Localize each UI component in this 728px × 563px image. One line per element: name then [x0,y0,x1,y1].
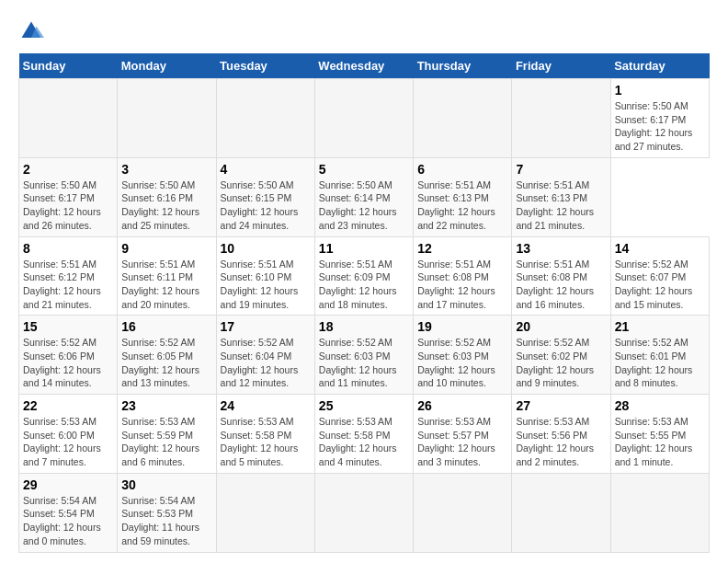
day-info: Sunrise: 5:53 AMSunset: 5:57 PMDaylight:… [417,415,507,469]
day-info: Sunrise: 5:51 AMSunset: 6:11 PMDaylight:… [121,258,211,312]
table-row: 16Sunrise: 5:52 AMSunset: 6:05 PMDayligh… [118,316,216,395]
day-number: 12 [417,241,507,256]
table-row: 15Sunrise: 5:52 AMSunset: 6:06 PMDayligh… [19,316,118,395]
day-number: 6 [417,162,507,177]
day-header-friday: Friday [512,53,610,79]
day-info: Sunrise: 5:50 AMSunset: 6:14 PMDaylight:… [319,178,409,233]
day-info: Sunrise: 5:51 AMSunset: 6:08 PMDaylight:… [417,258,507,312]
calendar-header-row: SundayMondayTuesdayWednesdayThursdayFrid… [19,53,710,79]
day-number: 19 [417,319,507,334]
day-info: Sunrise: 5:53 AMSunset: 5:56 PMDaylight:… [516,415,606,469]
day-info: Sunrise: 5:52 AMSunset: 6:03 PMDaylight:… [319,336,409,390]
day-number: 30 [121,477,211,492]
day-info: Sunrise: 5:52 AMSunset: 6:01 PMDaylight:… [615,336,705,390]
day-info: Sunrise: 5:51 AMSunset: 6:13 PMDaylight:… [417,178,507,233]
day-number: 3 [121,162,211,177]
day-number: 17 [221,319,311,334]
day-info: Sunrise: 5:52 AMSunset: 6:03 PMDaylight:… [417,336,507,390]
day-number: 10 [221,241,311,256]
day-info: Sunrise: 5:52 AMSunset: 6:02 PMDaylight:… [516,336,606,390]
table-row: 26Sunrise: 5:53 AMSunset: 5:57 PMDayligh… [414,395,512,474]
day-number: 26 [417,398,507,413]
day-info: Sunrise: 5:50 AMSunset: 6:15 PMDaylight:… [221,178,311,233]
empty-cell [414,79,512,158]
table-row: 4Sunrise: 5:50 AMSunset: 6:15 PMDaylight… [216,157,314,236]
day-number: 15 [23,319,113,334]
calendar-table: SundayMondayTuesdayWednesdayThursdayFrid… [18,53,710,553]
calendar-body: 1Sunrise: 5:50 AMSunset: 6:17 PMDaylight… [19,79,710,553]
table-row: 17Sunrise: 5:52 AMSunset: 6:04 PMDayligh… [216,316,314,395]
day-header-tuesday: Tuesday [216,53,314,79]
calendar-week-6: 29Sunrise: 5:54 AMSunset: 5:54 PMDayligh… [19,473,710,552]
day-number: 27 [516,398,606,413]
table-row: 6Sunrise: 5:51 AMSunset: 6:13 PMDaylight… [414,157,512,236]
day-number: 5 [319,162,409,177]
day-number: 13 [516,241,606,256]
table-row: 11Sunrise: 5:51 AMSunset: 6:09 PMDayligh… [314,236,413,316]
calendar-week-4: 15Sunrise: 5:52 AMSunset: 6:06 PMDayligh… [19,316,710,395]
day-info: Sunrise: 5:50 AMSunset: 6:16 PMDaylight:… [121,178,211,233]
empty-cell [216,79,314,158]
day-number: 29 [23,477,113,492]
table-row: 8Sunrise: 5:51 AMSunset: 6:12 PMDaylight… [19,236,118,316]
day-info: Sunrise: 5:51 AMSunset: 6:09 PMDaylight:… [319,258,409,312]
day-number: 23 [121,398,211,413]
day-info: Sunrise: 5:51 AMSunset: 6:10 PMDaylight:… [221,258,311,312]
day-header-thursday: Thursday [414,53,512,79]
empty-cell [512,473,610,552]
table-row: 21Sunrise: 5:52 AMSunset: 6:01 PMDayligh… [610,316,709,395]
empty-cell [314,79,413,158]
empty-cell [314,473,413,552]
day-info: Sunrise: 5:53 AMSunset: 5:55 PMDaylight:… [615,415,705,469]
table-row: 25Sunrise: 5:53 AMSunset: 5:58 PMDayligh… [314,395,413,474]
table-row: 30Sunrise: 5:54 AMSunset: 5:53 PMDayligh… [118,473,216,552]
day-info: Sunrise: 5:54 AMSunset: 5:53 PMDaylight:… [121,494,211,548]
table-row: 2Sunrise: 5:50 AMSunset: 6:17 PMDaylight… [19,157,118,236]
empty-cell [118,79,216,158]
day-header-sunday: Sunday [19,53,118,79]
day-info: Sunrise: 5:53 AMSunset: 5:58 PMDaylight:… [221,415,311,469]
day-info: Sunrise: 5:50 AMSunset: 6:17 PMDaylight:… [615,99,705,154]
calendar-week-5: 22Sunrise: 5:53 AMSunset: 6:00 PMDayligh… [19,395,710,474]
day-info: Sunrise: 5:52 AMSunset: 6:06 PMDaylight:… [23,336,113,390]
day-number: 25 [319,398,409,413]
day-info: Sunrise: 5:51 AMSunset: 6:08 PMDaylight:… [516,258,606,312]
day-info: Sunrise: 5:50 AMSunset: 6:17 PMDaylight:… [23,178,113,233]
day-number: 20 [516,319,606,334]
day-info: Sunrise: 5:52 AMSunset: 6:05 PMDaylight:… [121,336,211,390]
table-row: 3Sunrise: 5:50 AMSunset: 6:16 PMDaylight… [118,157,216,236]
day-info: Sunrise: 5:53 AMSunset: 6:00 PMDaylight:… [23,415,113,469]
empty-cell [610,473,709,552]
calendar-week-1: 1Sunrise: 5:50 AMSunset: 6:17 PMDaylight… [19,79,710,158]
table-row: 23Sunrise: 5:53 AMSunset: 5:59 PMDayligh… [118,395,216,474]
day-number: 14 [615,241,705,256]
day-header-wednesday: Wednesday [314,53,413,79]
day-number: 21 [615,319,705,334]
empty-cell [216,473,314,552]
day-number: 7 [516,162,606,177]
table-row: 18Sunrise: 5:52 AMSunset: 6:03 PMDayligh… [314,316,413,395]
day-number: 16 [121,319,211,334]
calendar-week-3: 8Sunrise: 5:51 AMSunset: 6:12 PMDaylight… [19,236,710,316]
logo [18,18,48,44]
table-row: 24Sunrise: 5:53 AMSunset: 5:58 PMDayligh… [216,395,314,474]
day-number: 24 [221,398,311,413]
empty-cell [19,79,118,158]
calendar-week-2: 2Sunrise: 5:50 AMSunset: 6:17 PMDaylight… [19,157,710,236]
table-row: 7Sunrise: 5:51 AMSunset: 6:13 PMDaylight… [512,157,610,236]
table-row: 22Sunrise: 5:53 AMSunset: 6:00 PMDayligh… [19,395,118,474]
page-header [18,18,710,44]
day-info: Sunrise: 5:51 AMSunset: 6:12 PMDaylight:… [23,258,113,312]
day-info: Sunrise: 5:51 AMSunset: 6:13 PMDaylight:… [516,178,606,233]
table-row: 14Sunrise: 5:52 AMSunset: 6:07 PMDayligh… [610,236,709,316]
day-number: 9 [121,241,211,256]
day-header-monday: Monday [118,53,216,79]
table-row: 10Sunrise: 5:51 AMSunset: 6:10 PMDayligh… [216,236,314,316]
day-info: Sunrise: 5:53 AMSunset: 5:59 PMDaylight:… [121,415,211,469]
table-row: 5Sunrise: 5:50 AMSunset: 6:14 PMDaylight… [314,157,413,236]
day-number: 2 [23,162,113,177]
table-row: 1Sunrise: 5:50 AMSunset: 6:17 PMDaylight… [610,79,709,158]
day-number: 18 [319,319,409,334]
table-row: 27Sunrise: 5:53 AMSunset: 5:56 PMDayligh… [512,395,610,474]
day-header-saturday: Saturday [610,53,709,79]
